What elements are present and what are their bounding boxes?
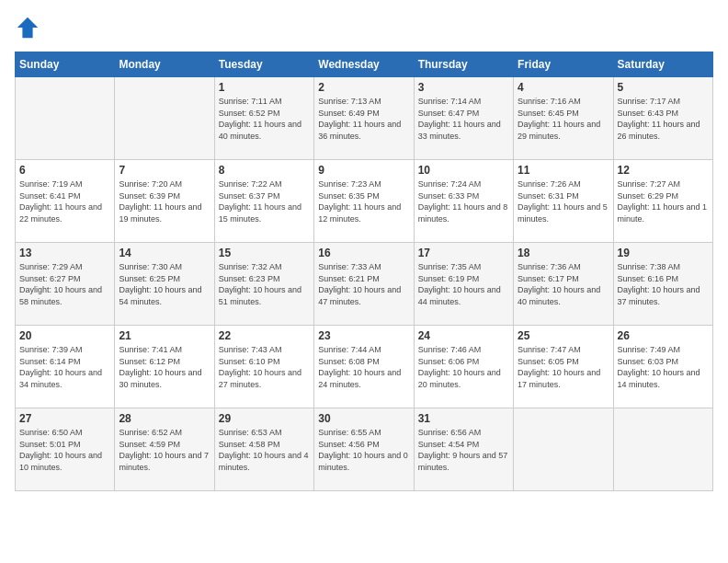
calendar-week-row: 13Sunrise: 7:29 AM Sunset: 6:27 PM Dayli… xyxy=(16,243,713,326)
day-info: Sunrise: 7:11 AM Sunset: 6:52 PM Dayligh… xyxy=(219,96,310,142)
calendar-day-cell: 8Sunrise: 7:22 AM Sunset: 6:37 PM Daylig… xyxy=(214,160,313,243)
logo-icon xyxy=(15,15,40,40)
day-number: 24 xyxy=(418,329,509,342)
day-number: 26 xyxy=(618,329,709,342)
day-info: Sunrise: 7:35 AM Sunset: 6:19 PM Dayligh… xyxy=(418,261,509,307)
day-info: Sunrise: 7:14 AM Sunset: 6:47 PM Dayligh… xyxy=(418,96,509,142)
day-info: Sunrise: 7:19 AM Sunset: 6:41 PM Dayligh… xyxy=(19,178,110,224)
day-info: Sunrise: 7:46 AM Sunset: 6:06 PM Dayligh… xyxy=(418,344,509,390)
page-header xyxy=(15,15,713,40)
day-number: 18 xyxy=(518,247,609,259)
calendar-day-cell: 26Sunrise: 7:49 AM Sunset: 6:03 PM Dayli… xyxy=(613,326,712,408)
calendar-day-cell: 16Sunrise: 7:33 AM Sunset: 6:21 PM Dayli… xyxy=(314,243,414,326)
day-header-friday: Friday xyxy=(514,52,613,77)
day-info: Sunrise: 7:38 AM Sunset: 6:16 PM Dayligh… xyxy=(618,261,709,307)
calendar-day-cell: 2Sunrise: 7:13 AM Sunset: 6:49 PM Daylig… xyxy=(314,77,414,160)
calendar-day-cell: 31Sunrise: 6:56 AM Sunset: 4:54 PM Dayli… xyxy=(414,408,513,491)
day-number: 5 xyxy=(618,81,709,94)
day-info: Sunrise: 7:36 AM Sunset: 6:17 PM Dayligh… xyxy=(518,261,609,307)
day-info: Sunrise: 7:24 AM Sunset: 6:33 PM Dayligh… xyxy=(418,178,509,224)
calendar-day-cell: 7Sunrise: 7:20 AM Sunset: 6:39 PM Daylig… xyxy=(115,160,214,243)
day-info: Sunrise: 6:50 AM Sunset: 5:01 PM Dayligh… xyxy=(19,427,110,473)
day-number: 11 xyxy=(518,164,609,177)
day-number: 20 xyxy=(19,329,110,342)
day-info: Sunrise: 7:20 AM Sunset: 6:39 PM Dayligh… xyxy=(119,178,210,224)
day-number: 28 xyxy=(119,412,210,425)
calendar-week-row: 20Sunrise: 7:39 AM Sunset: 6:14 PM Dayli… xyxy=(16,326,713,408)
calendar-day-cell: 29Sunrise: 6:53 AM Sunset: 4:58 PM Dayli… xyxy=(214,408,313,491)
day-number: 14 xyxy=(119,247,210,259)
day-number: 1 xyxy=(219,81,310,94)
calendar-week-row: 6Sunrise: 7:19 AM Sunset: 6:41 PM Daylig… xyxy=(16,160,713,243)
calendar-day-cell: 28Sunrise: 6:52 AM Sunset: 4:59 PM Dayli… xyxy=(115,408,214,491)
day-number: 27 xyxy=(19,412,110,425)
day-info: Sunrise: 7:27 AM Sunset: 6:29 PM Dayligh… xyxy=(618,178,709,224)
day-info: Sunrise: 6:52 AM Sunset: 4:59 PM Dayligh… xyxy=(119,427,210,473)
calendar-week-row: 27Sunrise: 6:50 AM Sunset: 5:01 PM Dayli… xyxy=(16,408,713,491)
day-info: Sunrise: 6:55 AM Sunset: 4:56 PM Dayligh… xyxy=(318,427,409,473)
day-number: 15 xyxy=(219,247,310,259)
calendar-day-cell: 25Sunrise: 7:47 AM Sunset: 6:05 PM Dayli… xyxy=(514,326,613,408)
day-number: 16 xyxy=(318,247,409,259)
day-info: Sunrise: 7:23 AM Sunset: 6:35 PM Dayligh… xyxy=(318,178,409,224)
calendar-day-cell: 9Sunrise: 7:23 AM Sunset: 6:35 PM Daylig… xyxy=(314,160,414,243)
day-number: 10 xyxy=(418,164,509,177)
day-info: Sunrise: 7:33 AM Sunset: 6:21 PM Dayligh… xyxy=(318,261,409,307)
day-number: 12 xyxy=(618,164,709,177)
day-info: Sunrise: 7:13 AM Sunset: 6:49 PM Dayligh… xyxy=(318,96,409,142)
calendar-day-cell: 22Sunrise: 7:43 AM Sunset: 6:10 PM Dayli… xyxy=(214,326,313,408)
day-header-wednesday: Wednesday xyxy=(314,52,414,77)
calendar-day-cell: 10Sunrise: 7:24 AM Sunset: 6:33 PM Dayli… xyxy=(414,160,513,243)
calendar-day-cell: 11Sunrise: 7:26 AM Sunset: 6:31 PM Dayli… xyxy=(514,160,613,243)
day-number: 21 xyxy=(119,329,210,342)
calendar-day-cell: 19Sunrise: 7:38 AM Sunset: 6:16 PM Dayli… xyxy=(613,243,712,326)
day-info: Sunrise: 7:22 AM Sunset: 6:37 PM Dayligh… xyxy=(219,178,310,224)
day-number: 17 xyxy=(418,247,509,259)
calendar-week-row: 1Sunrise: 7:11 AM Sunset: 6:52 PM Daylig… xyxy=(16,77,713,160)
calendar-header-row: SundayMondayTuesdayWednesdayThursdayFrid… xyxy=(16,52,713,77)
day-header-saturday: Saturday xyxy=(613,52,712,77)
calendar-day-cell: 4Sunrise: 7:16 AM Sunset: 6:45 PM Daylig… xyxy=(514,77,613,160)
day-info: Sunrise: 7:17 AM Sunset: 6:43 PM Dayligh… xyxy=(618,96,709,142)
day-number: 2 xyxy=(318,81,409,94)
day-number: 7 xyxy=(119,164,210,177)
calendar-day-cell: 21Sunrise: 7:41 AM Sunset: 6:12 PM Dayli… xyxy=(115,326,214,408)
calendar-day-cell: 14Sunrise: 7:30 AM Sunset: 6:25 PM Dayli… xyxy=(115,243,214,326)
calendar-day-cell: 20Sunrise: 7:39 AM Sunset: 6:14 PM Dayli… xyxy=(16,326,115,408)
day-number: 13 xyxy=(19,247,110,259)
day-number: 3 xyxy=(418,81,509,94)
calendar-day-cell: 17Sunrise: 7:35 AM Sunset: 6:19 PM Dayli… xyxy=(414,243,513,326)
calendar-day-cell xyxy=(16,77,115,160)
calendar-day-cell: 12Sunrise: 7:27 AM Sunset: 6:29 PM Dayli… xyxy=(613,160,712,243)
day-info: Sunrise: 7:41 AM Sunset: 6:12 PM Dayligh… xyxy=(119,344,210,390)
day-info: Sunrise: 7:29 AM Sunset: 6:27 PM Dayligh… xyxy=(19,261,110,307)
day-number: 4 xyxy=(518,81,609,94)
day-info: Sunrise: 7:32 AM Sunset: 6:23 PM Dayligh… xyxy=(219,261,310,307)
calendar-day-cell xyxy=(115,77,214,160)
day-header-thursday: Thursday xyxy=(414,52,513,77)
day-number: 29 xyxy=(219,412,310,425)
day-info: Sunrise: 7:39 AM Sunset: 6:14 PM Dayligh… xyxy=(19,344,110,390)
calendar-day-cell xyxy=(514,408,613,491)
calendar-day-cell: 5Sunrise: 7:17 AM Sunset: 6:43 PM Daylig… xyxy=(613,77,712,160)
day-header-monday: Monday xyxy=(115,52,214,77)
calendar-table: SundayMondayTuesdayWednesdayThursdayFrid… xyxy=(15,52,713,491)
calendar-day-cell: 3Sunrise: 7:14 AM Sunset: 6:47 PM Daylig… xyxy=(414,77,513,160)
day-info: Sunrise: 6:53 AM Sunset: 4:58 PM Dayligh… xyxy=(219,427,310,473)
day-number: 22 xyxy=(219,329,310,342)
day-number: 8 xyxy=(219,164,310,177)
day-info: Sunrise: 7:43 AM Sunset: 6:10 PM Dayligh… xyxy=(219,344,310,390)
day-number: 30 xyxy=(318,412,409,425)
day-number: 25 xyxy=(518,329,609,342)
day-info: Sunrise: 6:56 AM Sunset: 4:54 PM Dayligh… xyxy=(418,427,509,473)
day-info: Sunrise: 7:16 AM Sunset: 6:45 PM Dayligh… xyxy=(518,96,609,142)
logo xyxy=(15,15,42,40)
calendar-day-cell: 30Sunrise: 6:55 AM Sunset: 4:56 PM Dayli… xyxy=(314,408,414,491)
svg-marker-0 xyxy=(17,17,38,38)
day-header-tuesday: Tuesday xyxy=(214,52,313,77)
calendar-day-cell: 23Sunrise: 7:44 AM Sunset: 6:08 PM Dayli… xyxy=(314,326,414,408)
day-number: 9 xyxy=(318,164,409,177)
day-number: 6 xyxy=(19,164,110,177)
calendar-day-cell xyxy=(613,408,712,491)
calendar-day-cell: 18Sunrise: 7:36 AM Sunset: 6:17 PM Dayli… xyxy=(514,243,613,326)
